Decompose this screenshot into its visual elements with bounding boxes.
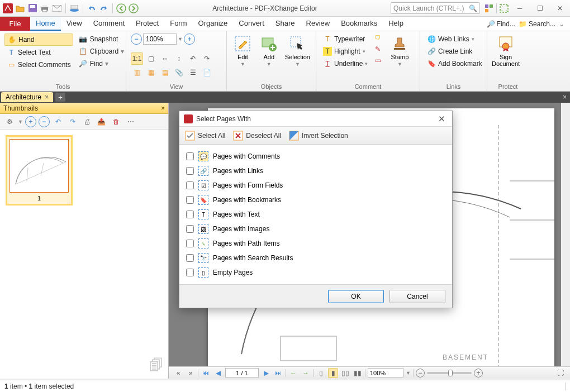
weblinks-button[interactable]: 🌐Web Links▾: [425, 34, 484, 45]
prev-page-icon[interactable]: ◀: [213, 368, 223, 378]
checkbox[interactable]: [186, 196, 194, 204]
tab-view[interactable]: View: [61, 17, 88, 31]
tab-organize[interactable]: Organize: [193, 17, 234, 31]
new-tab-button[interactable]: +: [55, 93, 65, 102]
save-icon[interactable]: [27, 3, 38, 14]
tab-bookmarks[interactable]: Bookmarks: [335, 17, 383, 31]
snapshot-tool[interactable]: 📷Snapshot: [77, 34, 126, 45]
shape-icon[interactable]: ▭: [373, 56, 382, 65]
pencil-icon[interactable]: ✎: [373, 45, 382, 54]
hand-tool[interactable]: ✋Hand: [4, 34, 73, 46]
find-tool[interactable]: 🔎Find ▾: [77, 58, 126, 69]
first-page-icon[interactable]: ⏮: [201, 368, 211, 378]
layers-icon[interactable]: ☰: [187, 66, 199, 79]
fit-height-button[interactable]: ↕: [173, 52, 185, 65]
rotate-left-icon[interactable]: ↶: [52, 116, 64, 128]
print-icon[interactable]: [39, 3, 50, 14]
checkbox[interactable]: [186, 269, 194, 276]
nav-back-icon[interactable]: ←: [288, 368, 298, 378]
tab-share[interactable]: Share: [270, 17, 301, 31]
sign-document-button[interactable]: Sign Document: [492, 34, 520, 68]
file-tab[interactable]: File: [0, 17, 30, 31]
last-page-icon[interactable]: ⏭: [273, 368, 283, 378]
zoom-slider[interactable]: [427, 372, 472, 374]
tab-home[interactable]: Home: [30, 17, 61, 31]
menu-chevron-icon[interactable]: ⌄: [559, 20, 564, 28]
single-page-icon[interactable]: ▯: [316, 368, 326, 378]
checkbox[interactable]: [186, 254, 194, 262]
find-button[interactable]: 🔎Find...: [487, 20, 515, 28]
delete-icon[interactable]: 🗑: [110, 116, 122, 128]
thumb-zoom-out-icon[interactable]: −: [39, 116, 50, 127]
prev-doc-icon[interactable]: »: [186, 368, 196, 378]
selection-button[interactable]: Selection▼: [284, 34, 311, 68]
zoom-value-input[interactable]: 100%: [143, 34, 177, 45]
thumb-zoom-in-icon[interactable]: +: [25, 116, 36, 127]
zoom-out-bb[interactable]: −: [416, 369, 425, 377]
option-empty-pages[interactable]: ▯Empty Pages: [186, 265, 445, 280]
email-icon[interactable]: [51, 3, 63, 14]
zoom-out-button[interactable]: −: [131, 34, 142, 45]
ok-button[interactable]: OK: [328, 290, 384, 303]
checkbox[interactable]: [186, 181, 194, 189]
checkbox[interactable]: [186, 167, 194, 175]
option-pages-with-form-fields[interactable]: ☑Pages with Form Fields: [186, 178, 445, 193]
scan-icon[interactable]: [69, 3, 80, 14]
redo-icon[interactable]: [98, 3, 110, 14]
select-comments-tool[interactable]: ▭Select Comments: [4, 59, 73, 70]
next-page-icon[interactable]: ▶: [261, 368, 271, 378]
two-page-icon[interactable]: ▯▯: [340, 368, 350, 378]
option-pages-with-text[interactable]: TPages with Text: [186, 207, 445, 222]
clipboard-tool[interactable]: 📋Clipboard ▾: [77, 46, 126, 57]
fullscreen-icon[interactable]: ⛶: [555, 368, 566, 378]
createlink-button[interactable]: 🔗Create Link: [425, 46, 484, 57]
prev-icon[interactable]: [116, 3, 127, 14]
checkbox[interactable]: [186, 225, 194, 233]
edit-button[interactable]: Edit▼: [231, 34, 254, 68]
actual-size-button[interactable]: 1:1: [131, 52, 143, 65]
rotate-right-icon[interactable]: ↷: [66, 116, 79, 128]
minimize-button[interactable]: ─: [510, 2, 530, 15]
option-pages-with-comments[interactable]: 💬Pages with Comments: [186, 149, 445, 164]
thumbnails-button[interactable]: ▤: [159, 66, 171, 79]
add-button[interactable]: Add▼: [258, 34, 281, 68]
page-layout-button[interactable]: ▥: [131, 66, 143, 79]
options-icon[interactable]: ⚙: [3, 116, 16, 128]
nav-fwd-icon[interactable]: →: [301, 368, 311, 378]
rotate-cw-button[interactable]: ↷: [201, 52, 213, 65]
document-tab[interactable]: Architecture×: [1, 92, 53, 102]
fit-icon[interactable]: [498, 3, 510, 14]
maximize-button[interactable]: ☐: [530, 2, 550, 15]
properties-thumb-icon[interactable]: ⋯: [125, 116, 137, 128]
zoom-in-bb[interactable]: +: [474, 369, 483, 377]
highlight-button[interactable]: THighlight▾: [321, 46, 370, 57]
dialog-close-icon[interactable]: ✕: [436, 114, 448, 124]
select-text-tool[interactable]: ᎢSelect Text: [4, 47, 73, 58]
select-all-button[interactable]: Select All: [185, 131, 225, 141]
zoom-in-button[interactable]: +: [184, 34, 195, 45]
tab-help[interactable]: Help: [383, 17, 409, 31]
next-icon[interactable]: [128, 3, 139, 14]
first-doc-icon[interactable]: «: [173, 368, 183, 378]
option-pages-with-path-items[interactable]: ∿Pages with Path Items: [186, 236, 445, 251]
vertical-scrollbar[interactable]: [561, 103, 570, 379]
ui-options-icon[interactable]: [483, 3, 495, 14]
close-button[interactable]: ✕: [550, 2, 570, 15]
page-layout2-button[interactable]: ▦: [145, 66, 157, 79]
tab-comment[interactable]: Comment: [88, 17, 130, 31]
option-pages-with-bookmarks[interactable]: 🔖Pages with Bookmarks: [186, 193, 445, 207]
print-thumb-icon[interactable]: 🖨: [81, 116, 93, 128]
cancel-button[interactable]: Cancel: [390, 290, 445, 303]
fit-page-button[interactable]: ▢: [145, 52, 157, 65]
typewriter-button[interactable]: TTypewriter: [321, 34, 370, 45]
option-pages-with-search-results[interactable]: 🔭Pages with Search Results: [186, 251, 445, 265]
note-icon[interactable]: 🗨: [373, 34, 382, 42]
continuous-icon[interactable]: ▮: [328, 368, 338, 378]
search-button[interactable]: 📁Search...: [519, 20, 555, 28]
underline-button[interactable]: TUnderline▾: [321, 58, 370, 69]
tab-convert[interactable]: Convert: [233, 17, 270, 31]
tab-protect[interactable]: Protect: [130, 17, 164, 31]
page-number-input[interactable]: [225, 368, 259, 377]
tab-form[interactable]: Form: [164, 17, 192, 31]
rotate-ccw-button[interactable]: ↶: [187, 52, 199, 65]
